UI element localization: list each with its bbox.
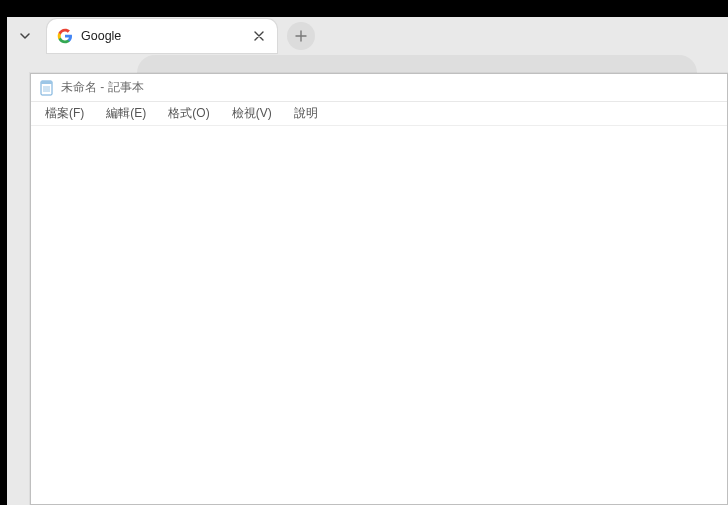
plus-icon bbox=[295, 30, 307, 42]
new-tab-button[interactable] bbox=[287, 22, 315, 50]
menu-format[interactable]: 格式(O) bbox=[160, 103, 217, 124]
menu-edit[interactable]: 編輯(E) bbox=[98, 103, 154, 124]
menu-file[interactable]: 檔案(F) bbox=[37, 103, 92, 124]
notepad-titlebar[interactable]: 未命名 - 記事本 bbox=[31, 74, 727, 102]
svg-rect-1 bbox=[41, 81, 52, 84]
menu-view[interactable]: 檢視(V) bbox=[224, 103, 280, 124]
tab-close-button[interactable] bbox=[251, 28, 267, 44]
notepad-window: 未命名 - 記事本 檔案(F) 編輯(E) 格式(O) 檢視(V) 說明 bbox=[30, 73, 728, 505]
browser-chrome: Google bbox=[7, 17, 728, 73]
menu-help[interactable]: 說明 bbox=[286, 103, 326, 124]
notepad-menubar: 檔案(F) 編輯(E) 格式(O) 檢視(V) 說明 bbox=[31, 102, 727, 126]
browser-tabstrip: Google bbox=[7, 17, 728, 55]
close-icon bbox=[254, 31, 264, 41]
browser-toolbar-partial bbox=[7, 55, 728, 73]
black-left-strip bbox=[0, 17, 7, 505]
omnibox-partial[interactable] bbox=[137, 55, 697, 73]
browser-tab[interactable]: Google bbox=[47, 19, 277, 53]
tablist-dropdown-button[interactable] bbox=[13, 24, 37, 48]
notepad-title: 未命名 - 記事本 bbox=[61, 79, 144, 96]
notepad-text-area[interactable] bbox=[31, 126, 727, 504]
browser-tab-title: Google bbox=[81, 29, 251, 43]
chevron-down-icon bbox=[19, 30, 31, 42]
google-favicon-icon bbox=[57, 28, 73, 44]
black-top-bar bbox=[0, 0, 728, 17]
notepad-app-icon bbox=[39, 80, 55, 96]
